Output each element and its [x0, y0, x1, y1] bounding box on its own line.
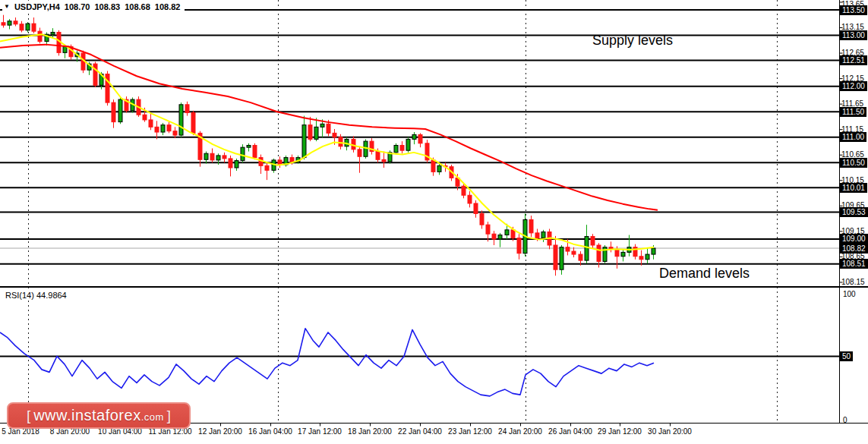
time-axis-label: 24 Jan 20:00 — [498, 427, 542, 436]
bull-candle-body — [216, 156, 220, 160]
bear-candle-body — [20, 24, 24, 30]
time-axis-label: 16 Jan 04:00 — [248, 427, 292, 436]
time-axis-label: 23 Jan 12:00 — [448, 427, 492, 436]
bear-candle-body — [38, 31, 42, 41]
bull-candle-body — [204, 153, 208, 159]
logo-suffix: .com — [141, 411, 164, 423]
bull-candle-body — [585, 237, 589, 261]
bull-candle-body — [412, 134, 416, 139]
bull-candle-body — [63, 46, 67, 52]
quote-bar: ▼ USDJPY,H4 108.70 108.83 108.68 108.82 — [2, 1, 185, 12]
bear-candle-body — [400, 145, 404, 150]
bear-candle-body — [579, 254, 582, 260]
instaforex-logo: [ www.instaforex.com ] — [7, 402, 191, 429]
bull-candle-body — [8, 21, 11, 25]
rsi-name: RSI(14) — [5, 291, 34, 300]
bear-candle-body — [155, 127, 159, 132]
fast-ma-line — [0, 34, 654, 250]
bear-candle-body — [93, 64, 97, 85]
bear-candle-body — [468, 195, 472, 203]
bull-candle-body — [498, 235, 502, 239]
time-axis-label: 17 Jan 12:00 — [298, 427, 342, 436]
bear-candle-body — [149, 120, 153, 127]
price-level-label: 112.51 — [840, 55, 867, 65]
price-level-label: 109.00 — [840, 234, 868, 244]
bear-candle-body — [210, 153, 214, 160]
time-axis-label: 22 Jan 04:00 — [398, 427, 442, 436]
bear-candle-body — [431, 160, 435, 172]
bear-candle-body — [517, 238, 521, 253]
price-level-label: 111.00 — [840, 132, 866, 142]
mt4-chart-window: ▼ USDJPY,H4 108.70 108.83 108.68 108.82 … — [0, 0, 868, 444]
rsi-line — [0, 329, 654, 396]
price-level-label: 113.50 — [840, 5, 867, 15]
bear-candle-body — [529, 219, 533, 232]
bear-candle-body — [106, 74, 109, 103]
logo-bracket-left: [ — [27, 408, 30, 424]
bear-candle-body — [185, 105, 189, 113]
bear-candle-body — [535, 233, 539, 238]
bear-candle-body — [376, 152, 380, 160]
price-level-label: 108.51 — [840, 259, 868, 269]
bull-candle-body — [560, 247, 563, 270]
bear-candle-body — [112, 102, 115, 121]
price-level-label: 109.53 — [840, 207, 868, 217]
bear-candle-body — [2, 23, 5, 25]
bull-candle-body — [505, 230, 509, 235]
bull-candle-body — [437, 165, 441, 172]
bull-candle-body — [118, 99, 122, 122]
bear-candle-body — [639, 257, 643, 260]
chart-canvas[interactable] — [0, 0, 868, 444]
bear-candle-body — [229, 159, 232, 168]
rsi-tick-label: 0 — [843, 416, 847, 424]
bear-candle-body — [290, 158, 294, 162]
bear-candle-body — [597, 245, 601, 261]
pane-divider — [0, 286, 868, 288]
bear-candle-body — [265, 165, 269, 170]
bull-candle-body — [314, 127, 318, 139]
bull-candle-body — [247, 145, 251, 147]
bull-candle-body — [406, 139, 410, 150]
bear-candle-body — [486, 225, 490, 234]
bear-candle-body — [492, 234, 496, 239]
time-axis-label: 12 Jan 20:00 — [198, 427, 242, 436]
rsi-tick-label: 100 — [843, 290, 856, 298]
bull-candle-body — [235, 161, 238, 168]
bear-candle-body — [615, 249, 619, 256]
bear-candle-body — [191, 113, 195, 134]
time-axis-label: 30 Jan 20:00 — [648, 427, 692, 436]
quote-low: 108.68 — [125, 2, 150, 11]
bear-candle-body — [32, 24, 36, 31]
bear-candle-body — [143, 115, 147, 120]
bear-candle-body — [173, 131, 177, 135]
bear-candle-body — [480, 213, 484, 225]
bear-candle-body — [566, 247, 570, 251]
bear-candle-body — [474, 203, 478, 213]
price-level-label: 112.00 — [840, 81, 867, 91]
bear-candle-body — [167, 125, 171, 131]
chevron-down-icon[interactable]: ▼ — [4, 1, 10, 12]
price-level-label: 110.50 — [840, 158, 867, 168]
bear-candle-body — [591, 237, 595, 245]
bull-candle-body — [51, 33, 55, 35]
logo-bracket-right: ] — [167, 408, 171, 424]
bear-candle-body — [462, 186, 466, 195]
quote-high: 108.83 — [95, 2, 121, 11]
price-level-label: 113.00 — [840, 30, 867, 40]
bear-candle-body — [511, 230, 515, 238]
bull-candle-body — [621, 252, 625, 256]
bear-candle-body — [308, 125, 312, 140]
bull-candle-body — [652, 248, 655, 254]
rsi-mid-label: 50 — [840, 351, 853, 361]
bear-candle-body — [333, 133, 336, 137]
time-axis-label: 26 Jan 04:00 — [548, 427, 592, 436]
logo-text: www.instaforex.com — [33, 407, 164, 424]
bear-candle-body — [418, 134, 422, 143]
supply-levels-annotation: Supply levels — [592, 33, 673, 49]
demand-levels-annotation: Demand levels — [659, 266, 750, 282]
bull-candle-body — [302, 125, 306, 158]
bear-candle-body — [14, 21, 17, 24]
symbol-period-label: USDJPY,H4 — [14, 2, 60, 11]
time-axis-label: 29 Jan 12:00 — [598, 427, 642, 436]
bull-candle-body — [26, 24, 30, 30]
